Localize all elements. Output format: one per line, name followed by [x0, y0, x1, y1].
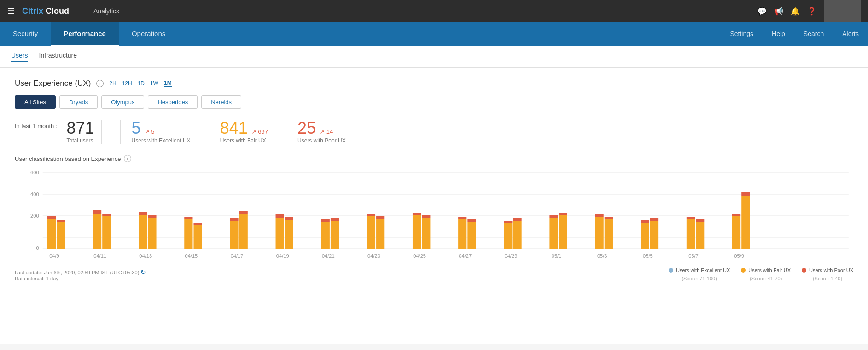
fair-label: Users with Fair UX [220, 137, 268, 144]
chat-icon[interactable]: 💬 [757, 7, 767, 16]
refresh-icon[interactable]: ↻ [140, 268, 146, 276]
svg-rect-58 [595, 214, 604, 217]
svg-rect-53 [549, 218, 558, 249]
excellent-value: 5 [132, 120, 141, 136]
stat-total-users: 871 Total users [67, 120, 94, 144]
svg-text:600: 600 [30, 170, 39, 175]
svg-text:04/27: 04/27 [459, 253, 472, 259]
chart-info-icon[interactable]: i [124, 155, 131, 162]
nav-security[interactable]: Security [0, 22, 51, 46]
logo-cloud: Cloud [43, 6, 69, 16]
nav-performance[interactable]: Performance [51, 22, 119, 46]
legend-excellent: Users with Excellent UX (Score: 71-100) [669, 267, 730, 281]
site-btn-nereids[interactable]: Nereids [201, 95, 241, 109]
svg-rect-30 [276, 214, 284, 218]
svg-rect-63 [650, 221, 658, 249]
svg-rect-37 [367, 216, 375, 249]
stats-period-label: In last 1 month : [15, 120, 58, 130]
svg-rect-46 [458, 217, 466, 219]
logo-citrix: Citrix [22, 6, 43, 16]
svg-rect-56 [559, 213, 567, 215]
svg-rect-27 [239, 214, 248, 249]
nav-right: Settings Help Search Alerts [721, 22, 868, 46]
svg-text:04/25: 04/25 [413, 253, 426, 259]
menu-icon[interactable]: ☰ [7, 6, 15, 16]
svg-text:0: 0 [36, 245, 39, 251]
svg-text:05/5: 05/5 [643, 253, 653, 259]
svg-rect-41 [413, 215, 421, 249]
logo: Citrix Cloud [22, 6, 69, 16]
legend-sub-excellent: (Score: 71-100) [682, 276, 717, 281]
time-filter-1m[interactable]: 1M [164, 80, 172, 87]
legend-fair: Users with Fair UX (Score: 41-70) [741, 267, 791, 281]
nav-settings[interactable]: Settings [721, 22, 763, 46]
fair-change: ↗ 697 [251, 128, 268, 135]
svg-rect-68 [696, 219, 704, 222]
nav-help[interactable]: Help [763, 22, 794, 46]
time-filter-12h[interactable]: 12H [122, 80, 132, 87]
svg-text:04/19: 04/19 [276, 253, 289, 259]
svg-rect-42 [413, 213, 421, 215]
nav-search[interactable]: Search [794, 22, 833, 46]
svg-rect-18 [139, 212, 147, 215]
legend-label-poor: Users with Poor UX [809, 267, 853, 273]
chart-svg: 600 400 200 0 [15, 168, 853, 260]
legend-sub-fair: (Score: 41-70) [750, 276, 782, 281]
poor-value: 25 [297, 120, 316, 136]
bell-icon[interactable]: 🔔 [791, 7, 800, 16]
site-btn-all-sites[interactable]: All Sites [15, 95, 56, 109]
time-filter-2h[interactable]: 2H [109, 80, 116, 87]
last-update-text: Last update: Jan 6th, 2020, 02:59 PM IST… [15, 268, 146, 276]
stat-poor: 25 ↗ 14 Users with Poor UX [297, 120, 346, 144]
svg-text:04/17: 04/17 [231, 253, 244, 259]
svg-rect-15 [102, 216, 111, 249]
time-filter-1w[interactable]: 1W [150, 80, 158, 87]
svg-rect-52 [513, 218, 521, 221]
time-filters: 2H 12H 1D 1W 1M [109, 80, 171, 87]
excellent-label: Users with Excellent UX [132, 137, 191, 144]
svg-rect-66 [687, 217, 695, 219]
nav-alerts[interactable]: Alerts [833, 22, 868, 46]
svg-rect-24 [193, 223, 202, 225]
svg-rect-34 [321, 219, 330, 222]
megaphone-icon[interactable]: 📢 [774, 7, 783, 16]
data-interval-text: Data interval: 1 day [15, 276, 146, 281]
svg-rect-43 [422, 218, 430, 249]
svg-rect-60 [605, 217, 613, 219]
poor-change: ↗ 14 [320, 128, 333, 135]
svg-rect-16 [102, 214, 111, 216]
svg-rect-61 [641, 223, 649, 249]
ux-info-icon[interactable]: i [96, 80, 104, 87]
site-btn-dryads[interactable]: Dryads [59, 95, 98, 109]
subnav-users[interactable]: Users [11, 52, 28, 62]
legend-dot-poor [802, 268, 806, 273]
time-filter-1d[interactable]: 1D [138, 80, 145, 87]
topbar-section: Analytics [93, 7, 119, 15]
subnav-infrastructure[interactable]: Infrastructure [39, 52, 77, 62]
svg-text:05/1: 05/1 [552, 253, 562, 259]
svg-rect-50 [504, 221, 512, 223]
svg-rect-55 [559, 215, 567, 249]
svg-rect-71 [741, 196, 750, 249]
svg-rect-39 [376, 219, 384, 249]
site-btn-hesperides[interactable]: Hesperides [148, 95, 198, 109]
svg-rect-69 [732, 216, 740, 249]
nav-operations[interactable]: Operations [119, 22, 178, 46]
site-btn-olympus[interactable]: Olympus [101, 95, 144, 109]
topbar: ☰ Citrix Cloud Analytics 💬 📢 🔔 ❓ [0, 0, 868, 22]
svg-rect-67 [696, 222, 704, 249]
help-icon[interactable]: ❓ [807, 7, 816, 16]
svg-rect-19 [148, 218, 156, 249]
avatar[interactable] [824, 0, 861, 22]
svg-rect-54 [549, 215, 558, 218]
chart-legend: Users with Excellent UX (Score: 71-100) … [669, 267, 853, 281]
svg-rect-57 [595, 217, 604, 249]
chart-title: User classification based on Experience … [15, 155, 853, 162]
svg-text:04/23: 04/23 [367, 253, 380, 259]
svg-rect-65 [687, 219, 695, 249]
legend-dot-excellent [669, 268, 673, 273]
navbar: Security Performance Operations Settings… [0, 22, 868, 46]
svg-rect-26 [230, 218, 238, 221]
svg-text:05/9: 05/9 [734, 253, 744, 259]
total-users-value: 871 [67, 120, 94, 136]
